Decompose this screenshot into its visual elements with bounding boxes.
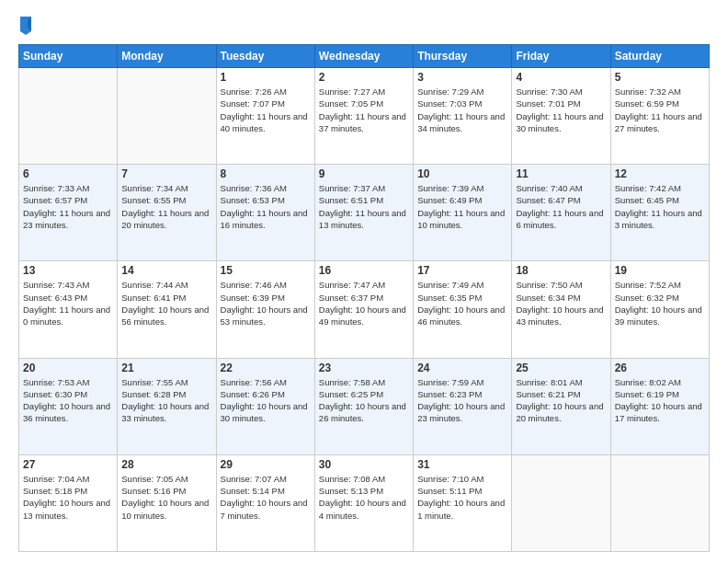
weekday-wednesday: Wednesday (314, 45, 413, 68)
day-number: 13 (23, 264, 113, 277)
calendar-cell: 27Sunrise: 7:04 AM Sunset: 5:18 PM Dayli… (19, 454, 118, 551)
logo (18, 15, 33, 35)
day-number: 23 (319, 362, 409, 374)
day-info: Sunrise: 7:53 AM Sunset: 6:30 PM Dayligh… (23, 376, 113, 425)
calendar-cell: 1Sunrise: 7:26 AM Sunset: 7:07 PM Daylig… (216, 68, 314, 165)
day-info: Sunrise: 8:02 AM Sunset: 6:19 PM Dayligh… (615, 376, 705, 425)
day-info: Sunrise: 7:55 AM Sunset: 6:28 PM Dayligh… (121, 376, 211, 425)
calendar-cell: 16Sunrise: 7:47 AM Sunset: 6:37 PM Dayli… (314, 261, 413, 358)
day-number: 22 (221, 362, 311, 374)
calendar-body: 1Sunrise: 7:26 AM Sunset: 7:07 PM Daylig… (19, 68, 710, 552)
calendar-cell: 14Sunrise: 7:44 AM Sunset: 6:41 PM Dayli… (118, 261, 216, 358)
day-number: 16 (319, 264, 409, 277)
day-info: Sunrise: 7:42 AM Sunset: 6:45 PM Dayligh… (615, 182, 705, 231)
day-info: Sunrise: 7:04 AM Sunset: 5:18 PM Dayligh… (23, 473, 113, 522)
day-number: 18 (516, 264, 606, 277)
calendar-cell: 4Sunrise: 7:30 AM Sunset: 7:01 PM Daylig… (512, 68, 610, 165)
calendar-cell: 6Sunrise: 7:33 AM Sunset: 6:57 PM Daylig… (19, 165, 118, 261)
day-number: 25 (516, 362, 606, 374)
calendar-cell: 10Sunrise: 7:39 AM Sunset: 6:49 PM Dayli… (414, 165, 512, 261)
calendar-cell: 13Sunrise: 7:43 AM Sunset: 6:43 PM Dayli… (19, 261, 118, 358)
weekday-header-row: SundayMondayTuesdayWednesdayThursdayFrid… (19, 45, 710, 68)
calendar-row: 1Sunrise: 7:26 AM Sunset: 7:07 PM Daylig… (19, 68, 710, 165)
day-number: 26 (615, 362, 705, 374)
calendar-cell: 29Sunrise: 7:07 AM Sunset: 5:14 PM Dayli… (216, 454, 314, 551)
day-info: Sunrise: 7:08 AM Sunset: 5:13 PM Dayligh… (319, 473, 409, 522)
day-info: Sunrise: 7:50 AM Sunset: 6:34 PM Dayligh… (516, 279, 606, 327)
calendar-cell: 19Sunrise: 7:52 AM Sunset: 6:32 PM Dayli… (610, 261, 709, 358)
calendar-cell: 23Sunrise: 7:58 AM Sunset: 6:25 PM Dayli… (314, 358, 413, 454)
day-number: 6 (23, 167, 113, 180)
day-info: Sunrise: 7:58 AM Sunset: 6:25 PM Dayligh… (319, 376, 409, 425)
day-info: Sunrise: 7:26 AM Sunset: 7:07 PM Dayligh… (221, 86, 311, 134)
weekday-tuesday: Tuesday (216, 45, 314, 68)
day-number: 12 (615, 167, 705, 180)
day-number: 17 (417, 264, 507, 277)
day-number: 7 (121, 167, 211, 180)
day-info: Sunrise: 7:56 AM Sunset: 6:26 PM Dayligh… (221, 376, 311, 425)
day-number: 14 (121, 264, 211, 277)
calendar-cell: 18Sunrise: 7:50 AM Sunset: 6:34 PM Dayli… (512, 261, 610, 358)
day-number: 27 (23, 458, 113, 471)
day-info: Sunrise: 7:47 AM Sunset: 6:37 PM Dayligh… (319, 279, 409, 327)
header (18, 15, 710, 35)
calendar-row: 27Sunrise: 7:04 AM Sunset: 5:18 PM Dayli… (19, 454, 710, 551)
day-info: Sunrise: 7:44 AM Sunset: 6:41 PM Dayligh… (121, 279, 211, 327)
logo-icon (18, 15, 33, 35)
calendar-cell: 9Sunrise: 7:37 AM Sunset: 6:51 PM Daylig… (314, 165, 413, 261)
weekday-thursday: Thursday (414, 45, 512, 68)
day-info: Sunrise: 7:29 AM Sunset: 7:03 PM Dayligh… (417, 86, 507, 134)
calendar-table: SundayMondayTuesdayWednesdayThursdayFrid… (18, 44, 710, 552)
calendar-cell: 3Sunrise: 7:29 AM Sunset: 7:03 PM Daylig… (414, 68, 512, 165)
day-number: 31 (417, 458, 507, 471)
calendar-cell: 25Sunrise: 8:01 AM Sunset: 6:21 PM Dayli… (512, 358, 610, 454)
day-info: Sunrise: 7:27 AM Sunset: 7:05 PM Dayligh… (319, 86, 409, 134)
day-number: 15 (221, 264, 311, 277)
calendar-cell: 24Sunrise: 7:59 AM Sunset: 6:23 PM Dayli… (414, 358, 512, 454)
calendar-cell: 21Sunrise: 7:55 AM Sunset: 6:28 PM Dayli… (118, 358, 216, 454)
day-number: 10 (417, 167, 507, 180)
day-number: 28 (121, 458, 211, 471)
day-number: 3 (417, 71, 507, 84)
calendar-cell (118, 68, 216, 165)
calendar-cell: 31Sunrise: 7:10 AM Sunset: 5:11 PM Dayli… (414, 454, 512, 551)
day-number: 9 (319, 167, 409, 180)
day-number: 8 (221, 167, 311, 180)
day-info: Sunrise: 7:33 AM Sunset: 6:57 PM Dayligh… (23, 182, 113, 231)
calendar-cell: 15Sunrise: 7:46 AM Sunset: 6:39 PM Dayli… (216, 261, 314, 358)
day-info: Sunrise: 7:39 AM Sunset: 6:49 PM Dayligh… (417, 182, 507, 231)
day-info: Sunrise: 7:05 AM Sunset: 5:16 PM Dayligh… (121, 473, 211, 522)
day-info: Sunrise: 7:43 AM Sunset: 6:43 PM Dayligh… (23, 279, 113, 327)
calendar-cell: 7Sunrise: 7:34 AM Sunset: 6:55 PM Daylig… (118, 165, 216, 261)
weekday-monday: Monday (118, 45, 216, 68)
day-number: 20 (23, 362, 113, 374)
day-info: Sunrise: 7:37 AM Sunset: 6:51 PM Dayligh… (319, 182, 409, 231)
calendar-cell: 2Sunrise: 7:27 AM Sunset: 7:05 PM Daylig… (314, 68, 413, 165)
calendar-row: 6Sunrise: 7:33 AM Sunset: 6:57 PM Daylig… (19, 165, 710, 261)
day-info: Sunrise: 7:46 AM Sunset: 6:39 PM Dayligh… (221, 279, 311, 327)
day-info: Sunrise: 7:36 AM Sunset: 6:53 PM Dayligh… (221, 182, 311, 231)
day-info: Sunrise: 7:49 AM Sunset: 6:35 PM Dayligh… (417, 279, 507, 327)
day-number: 1 (221, 71, 311, 84)
calendar-cell (512, 454, 610, 551)
calendar-row: 20Sunrise: 7:53 AM Sunset: 6:30 PM Dayli… (19, 358, 710, 454)
calendar-cell: 30Sunrise: 7:08 AM Sunset: 5:13 PM Dayli… (314, 454, 413, 551)
day-info: Sunrise: 7:59 AM Sunset: 6:23 PM Dayligh… (417, 376, 507, 425)
calendar-cell: 8Sunrise: 7:36 AM Sunset: 6:53 PM Daylig… (216, 165, 314, 261)
day-number: 21 (121, 362, 211, 374)
day-number: 11 (516, 167, 606, 180)
weekday-saturday: Saturday (610, 45, 709, 68)
day-info: Sunrise: 8:01 AM Sunset: 6:21 PM Dayligh… (516, 376, 606, 425)
calendar-cell: 17Sunrise: 7:49 AM Sunset: 6:35 PM Dayli… (414, 261, 512, 358)
day-number: 5 (615, 71, 705, 84)
calendar-cell: 12Sunrise: 7:42 AM Sunset: 6:45 PM Dayli… (610, 165, 709, 261)
day-number: 24 (417, 362, 507, 374)
day-info: Sunrise: 7:52 AM Sunset: 6:32 PM Dayligh… (615, 279, 705, 327)
day-info: Sunrise: 7:10 AM Sunset: 5:11 PM Dayligh… (417, 473, 507, 522)
calendar-cell: 20Sunrise: 7:53 AM Sunset: 6:30 PM Dayli… (19, 358, 118, 454)
calendar-cell: 22Sunrise: 7:56 AM Sunset: 6:26 PM Dayli… (216, 358, 314, 454)
calendar-header: SundayMondayTuesdayWednesdayThursdayFrid… (19, 45, 710, 68)
day-info: Sunrise: 7:32 AM Sunset: 6:59 PM Dayligh… (615, 86, 705, 134)
day-number: 2 (319, 71, 409, 84)
day-number: 19 (615, 264, 705, 277)
